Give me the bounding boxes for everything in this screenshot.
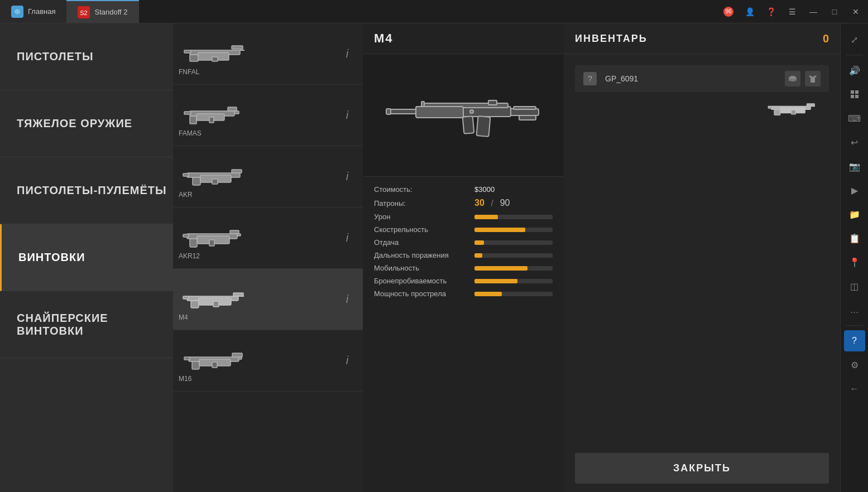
svg-rect-62: [774, 110, 780, 115]
svg-rect-33: [191, 301, 199, 308]
bluestacks-logo: [11, 6, 23, 18]
weapon-item-akr[interactable]: AKR i: [173, 146, 363, 208]
stat-mobility: Мобильность: [374, 264, 553, 272]
svg-rect-26: [190, 239, 197, 247]
close-btn[interactable]: ✕: [846, 2, 866, 22]
notification-btn[interactable]: 96: [718, 2, 738, 22]
svg-text:S2: S2: [80, 9, 88, 16]
inventory-panel: ИНВЕНТАРЬ 0 ? GP_6091: [564, 23, 840, 492]
maximize-btn[interactable]: □: [824, 2, 845, 22]
grid-btn[interactable]: [844, 84, 865, 105]
weapon-item-m4[interactable]: M4 i: [173, 269, 363, 330]
akr-info-btn[interactable]: i: [337, 152, 357, 201]
svg-rect-67: [851, 90, 854, 94]
mobility-bar: [474, 266, 553, 271]
weapon-item-akr12[interactable]: AKR12 i: [173, 208, 363, 269]
weapon-item-fnfal[interactable]: FNFAL i: [173, 23, 363, 85]
back-toolbar-btn[interactable]: ←: [844, 378, 865, 399]
firerate-fill: [474, 228, 525, 232]
category-sniper[interactable]: СНАЙПЕРСКИЕ ВИНТОВКИ: [0, 291, 173, 358]
famas-inner: FAMAS: [179, 90, 332, 140]
category-smg[interactable]: ПИСТОЛЕТЫ-ПУЛЕМЁТЫ: [0, 157, 173, 224]
undo-btn[interactable]: ↩: [844, 132, 865, 153]
damage-bar: [474, 215, 553, 219]
category-pistols[interactable]: ПИСТОЛЕТЫ: [0, 23, 173, 90]
close-button[interactable]: ЗАКРЫТЬ: [575, 453, 829, 484]
svg-rect-46: [514, 107, 536, 109]
weapon-item-famas[interactable]: FAMAS i: [173, 85, 363, 146]
svg-point-56: [470, 110, 473, 113]
svg-rect-13: [190, 116, 196, 124]
famas-info-btn[interactable]: i: [337, 90, 357, 140]
category-rifles[interactable]: ВИНТОВКИ: [0, 224, 173, 291]
mobility-label: Мобильность: [374, 264, 469, 272]
fnfal-image: [179, 40, 251, 68]
svg-rect-51: [386, 109, 391, 114]
m16-label: M16: [179, 375, 191, 383]
damage-label: Урон: [374, 213, 469, 221]
help-toolbar-btn[interactable]: ?: [844, 330, 865, 351]
fnfal-info-btn[interactable]: i: [337, 29, 357, 79]
armor-bar: [474, 279, 553, 283]
category-panel: ПИСТОЛЕТЫ ТЯЖЕЛОЕ ОРУЖИЕ ПИСТОЛЕТЫ-ПУЛЕМ…: [0, 23, 173, 492]
akr12-image: [179, 224, 251, 252]
expand-btn[interactable]: ⤢: [844, 29, 865, 50]
m16-info-btn[interactable]: i: [337, 336, 357, 385]
svg-rect-40: [192, 361, 199, 369]
akr-inner: AKR: [179, 152, 332, 201]
keyboard-btn[interactable]: ⌨: [844, 108, 865, 129]
penetration-fill: [474, 292, 502, 296]
akr12-info-btn[interactable]: i: [337, 213, 357, 263]
weapon-preview-image: [385, 82, 541, 149]
svg-rect-39: [232, 353, 242, 357]
akr-image: [179, 163, 251, 191]
weapon-item-m16[interactable]: M16 i: [173, 330, 363, 392]
svg-rect-64: [768, 106, 773, 108]
close-button-area: ЗАКРЫТЬ: [564, 445, 840, 492]
armor-fill: [474, 279, 517, 283]
folder-btn[interactable]: 📁: [844, 204, 865, 225]
svg-rect-43: [212, 362, 217, 368]
recoil-label: Отдача: [374, 238, 469, 247]
svg-rect-65: [792, 110, 796, 114]
sound-btn[interactable]: 🔊: [844, 60, 865, 81]
svg-rect-52: [463, 116, 474, 133]
settings-toolbar-btn[interactable]: ⚙: [844, 354, 865, 375]
location-btn[interactable]: 📍: [844, 252, 865, 273]
stat-range: Дальность поражения: [374, 251, 553, 259]
ammo-max: 90: [500, 198, 510, 208]
helmet-icon: [785, 71, 800, 86]
category-heavy[interactable]: ТЯЖЕЛОЕ ОРУЖИЕ: [0, 90, 173, 157]
inventory-title: ИНВЕНТАРЬ: [575, 33, 648, 45]
svg-rect-23: [212, 179, 218, 184]
svg-rect-36: [213, 301, 219, 307]
svg-rect-5: [232, 46, 243, 49]
vest-icon: [805, 71, 821, 86]
play-btn[interactable]: ▶: [844, 180, 865, 201]
penetration-label: Мощность прострела: [374, 290, 469, 298]
tab-game[interactable]: S2 Standoff 2: [66, 0, 138, 23]
inventory-item-gp6091[interactable]: ? GP_6091: [575, 65, 829, 92]
akr12-inner: AKR12: [179, 213, 332, 263]
item-question-mark: ?: [583, 72, 597, 85]
svg-rect-16: [209, 117, 214, 123]
minimize-btn[interactable]: —: [803, 2, 823, 22]
inventory-content: ? GP_6091: [564, 54, 840, 445]
tab-home[interactable]: Главная: [0, 0, 66, 23]
svg-rect-17: [234, 111, 239, 114]
tab-game-label: Standoff 2: [94, 8, 127, 16]
firerate-label: Скострельность: [374, 225, 469, 234]
copy-btn[interactable]: 📋: [844, 228, 865, 249]
famas-image: [179, 102, 251, 129]
camera-btn[interactable]: 📷: [844, 156, 865, 177]
help-btn[interactable]: ❓: [761, 2, 781, 22]
m4-info-btn[interactable]: i: [337, 274, 357, 324]
notification-badge: 96: [723, 7, 733, 17]
split-btn[interactable]: ◫: [844, 276, 865, 297]
detail-header: M4: [363, 23, 564, 54]
range-bar: [474, 253, 553, 258]
more-btn[interactable]: …: [844, 300, 865, 321]
fnfal-inner: FNFAL: [179, 29, 332, 79]
account-btn[interactable]: 👤: [740, 2, 760, 22]
menu-btn[interactable]: ☰: [782, 2, 802, 22]
